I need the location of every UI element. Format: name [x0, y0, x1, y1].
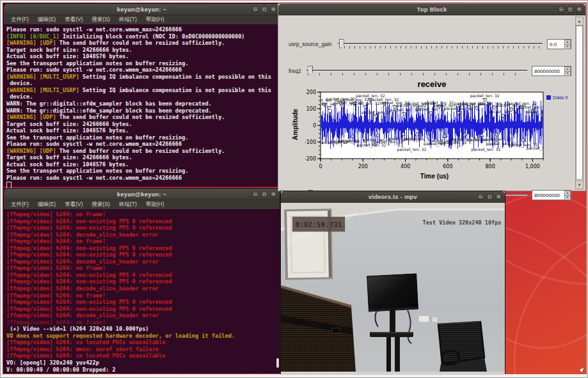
svg-text:packet_len: 32: packet_len: 32 — [486, 141, 516, 146]
terminal-line: [ffmpeg/video] h264: decode_slice_header… — [6, 312, 280, 319]
terminal-line: [ffmpeg/video] h264: no frame! — [6, 319, 280, 326]
close-icon[interactable]: ✕ — [495, 193, 502, 200]
svg-text:0: 0 — [319, 164, 322, 169]
minimize-icon[interactable]: — — [252, 6, 259, 13]
terminal-bottom-titlebar[interactable]: keyan@keyan: ~ —▢✕ — [4, 189, 280, 200]
usrp-source-gain-value: 0.0 — [550, 42, 564, 47]
menu-item-3[interactable]: 搜索(S) — [88, 201, 115, 209]
window-controls: —▢✕ — [477, 193, 502, 200]
close-icon[interactable]: ✕ — [270, 6, 277, 13]
minimize-icon[interactable]: — — [477, 193, 484, 200]
top-block-window: Top Block —▢✕ usrp_source_gain 0.0 ▲▼ fr… — [278, 3, 586, 191]
mpv-titlebar[interactable]: videorx.ts - mpv —▢✕ — [281, 191, 505, 203]
terminal-line: [WARNING] [UDP] The send buffer could no… — [6, 114, 280, 121]
menu-item-3[interactable]: 搜索(S) — [88, 16, 115, 24]
usrp-source-gain-spinbox[interactable]: 0.0 ▲▼ — [547, 39, 571, 49]
mpv-window-bottom-edge — [281, 372, 505, 375]
plot-title: receive — [278, 79, 585, 89]
terminal-line: WARN: The gr::digital::ofdm_sampler bloc… — [6, 107, 280, 114]
svg-text:packet_len: 32: packet_len: 32 — [488, 109, 518, 114]
menu-item-0[interactable]: 文件(F) — [6, 201, 33, 209]
maximize-icon[interactable]: ▢ — [261, 191, 268, 198]
terminal-line: VO does not support requested hardware d… — [6, 333, 280, 340]
terminal-line: [ffmpeg/video] h264: no frame! — [6, 292, 280, 299]
terminal-line: device. — [6, 93, 280, 100]
menu-item-0[interactable]: 文件(F) — [6, 16, 33, 24]
mpv-video-area[interactable]: 0:02:59.731 Test Video 320x240 10fps — [281, 203, 505, 372]
menu-item-1[interactable]: 编辑(E) — [33, 201, 60, 209]
terminal-bottom-output[interactable]: [ffmpeg/video] h264: no frame![ffmpeg/vi… — [4, 209, 280, 375]
legend-swatch-data0 — [546, 95, 551, 100]
terminal-top-output[interactable]: Please run: sudo sysctl -w net.core.wmem… — [4, 24, 280, 188]
terminal-line: [WARNING] [UDP] The send buffer could no… — [6, 40, 280, 47]
osd-timestamp: 0:02:59.731 — [292, 217, 345, 232]
close-icon[interactable]: ✕ — [576, 6, 583, 13]
menu-item-1[interactable]: 编辑(E) — [33, 16, 60, 24]
mpv-title: videorx.ts - mpv — [369, 193, 417, 200]
chair-tag — [332, 328, 340, 333]
terminal-line: [ffmpeg/video] h264: mmco: unref short f… — [6, 346, 280, 353]
wall-socket — [418, 315, 429, 322]
terminal-line: WARN: The gr::digital::ofdm_sampler bloc… — [6, 100, 280, 107]
svg-text:200: 200 — [358, 164, 368, 169]
svg-text:packet_len: 32: packet_len: 32 — [525, 109, 555, 114]
window-controls: —▢✕ — [252, 6, 277, 13]
svg-text:1,000: 1,000 — [525, 164, 540, 169]
svg-text:packet_len: 32: packet_len: 32 — [397, 147, 427, 152]
scroll-up-icon[interactable]: ▲ — [576, 17, 583, 26]
terminal-line: [WARNING] [MULTI_USRP] Setting IQ imbala… — [6, 87, 280, 94]
menu-item-2[interactable]: 查看(V) — [60, 16, 87, 24]
spin-down-icon[interactable]: ▼ — [564, 195, 571, 200]
tv-stand-pole-left — [386, 337, 391, 372]
wall-switch — [432, 317, 438, 322]
maximize-icon[interactable]: ▢ — [486, 193, 493, 200]
freq2-spinbox[interactable]: 800000000 ▲▼ — [532, 66, 571, 76]
freq2-slider[interactable] — [306, 64, 527, 78]
spin-down-icon[interactable]: ▼ — [564, 71, 571, 76]
spin-down-icon[interactable]: ▼ — [564, 44, 571, 49]
menu-item-5[interactable]: 帮助(H) — [141, 16, 169, 24]
terminal-line: [ffmpeg/video] h264: decode_slice_header… — [6, 232, 280, 239]
slider-groove — [338, 43, 543, 44]
terminal-top-titlebar[interactable]: keyan@keyan: ~ —▢✕ — [4, 4, 280, 15]
shelf-highlight — [370, 332, 413, 333]
terminal-line: [ffmpeg/video] h264: decode_slice_header… — [6, 258, 280, 265]
spin-buttons: ▲▼ — [564, 67, 571, 75]
minimize-icon[interactable]: — — [558, 6, 565, 13]
terminal-line: [ffmpeg/video] h264: non-existing PPS 0 … — [6, 224, 280, 232]
terminal-line: [ffmpeg/video] h264: decode_slice_header… — [6, 285, 280, 292]
maximize-icon[interactable]: ▢ — [261, 6, 268, 13]
top-block-titlebar[interactable]: Top Block —▢✕ — [278, 4, 585, 15]
usrp-source-gain-slider[interactable] — [338, 37, 543, 51]
menu-item-2[interactable]: 查看(V) — [60, 201, 87, 209]
svg-text:packet_len: 32: packet_len: 32 — [330, 139, 360, 144]
svg-text:packet_len: 32: packet_len: 32 — [470, 93, 500, 98]
minimize-icon[interactable]: — — [252, 191, 259, 198]
spin-up-icon[interactable]: ▲ — [564, 191, 571, 195]
menu-item-4[interactable]: 终端(T) — [115, 16, 141, 24]
vertical-scrollbar[interactable]: ▲ ▼ — [575, 17, 584, 189]
scroll-down-icon[interactable]: ▼ — [576, 180, 583, 189]
svg-text:packet_len: 32: packet_len: 32 — [527, 146, 556, 151]
svg-text:packet_len: 32: packet_len: 32 — [472, 147, 501, 152]
close-icon[interactable]: ✕ — [270, 191, 277, 198]
tv-stand-pole-upper — [390, 309, 395, 333]
spin-up-icon[interactable]: ▲ — [564, 67, 571, 71]
terminal-bottom-title: keyan@keyan: ~ — [117, 191, 166, 198]
maximize-icon[interactable]: ▢ — [567, 6, 574, 13]
spin-up-icon[interactable]: ▲ — [564, 40, 571, 44]
spin-buttons: ▲▼ — [564, 191, 571, 200]
terminal-line: [ffmpeg/video] h264: non-existing PPS 0 … — [6, 299, 280, 306]
freq1-spinbox[interactable]: 800000000 ▲▼ — [532, 190, 571, 200]
menu-item-5[interactable]: 帮助(H) — [141, 201, 169, 209]
terminal-line: [ffmpeg/video] h264: co located POCs una… — [6, 352, 280, 359]
scrollbar-thumb[interactable] — [576, 26, 583, 180]
top-block-title: Top Block — [417, 6, 447, 13]
terminal-line: [ffmpeg/video] h264: co located POCs una… — [6, 339, 280, 346]
terminal-line: (+) Video --vid=1 (h264 320x240 10.000fp… — [6, 326, 280, 333]
scrollbar-thumb[interactable] — [276, 358, 279, 368]
menu-item-4[interactable]: 终端(T) — [115, 201, 141, 209]
mpv-window: videorx.ts - mpv —▢✕ — [280, 191, 505, 374]
terminal-cursor — [6, 182, 12, 188]
terminal-line: Please run: sudo sysctl -w net.core.wmem… — [6, 141, 280, 148]
